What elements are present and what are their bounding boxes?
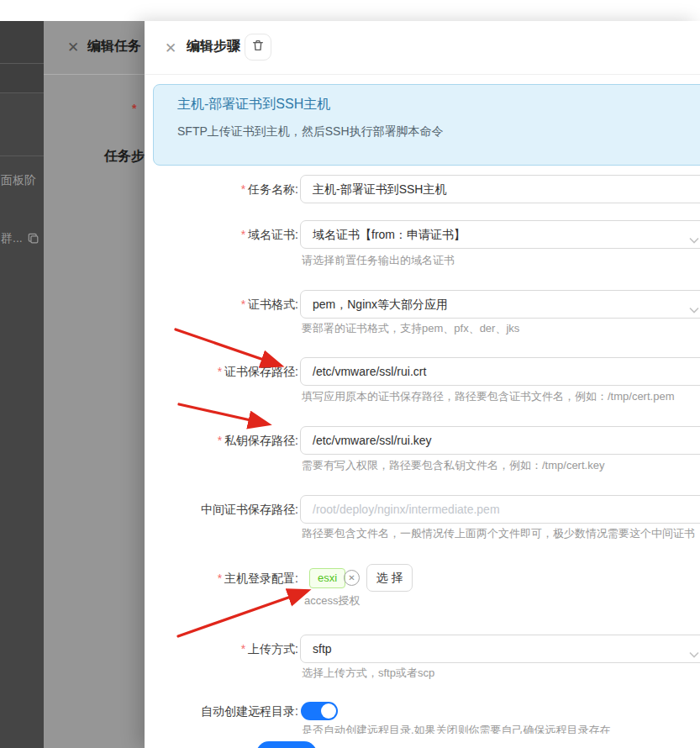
task-drawer: ✕ 编辑任务 * 任务步 — [44, 21, 145, 748]
task-name-input[interactable]: 主机-部署证书到SSH主机 — [300, 175, 700, 203]
field-label: *上传方式: — [151, 635, 298, 663]
required-star: * — [241, 642, 245, 656]
field-help: 要部署的证书格式，支持pem、pfx、der、jks — [302, 321, 519, 336]
required-star: * — [241, 228, 245, 241]
field-label: 自动创建远程目录: — [151, 697, 298, 725]
chevron-down-icon — [689, 302, 699, 308]
header-divider — [44, 74, 145, 75]
field-help: 是否自动创建远程目录,如果关闭则你需要自己确保远程目录存在 — [302, 723, 611, 734]
page: 面板阶 群... ✕ 编辑任务 * 任务步 ✕ 编辑步骤 — [0, 0, 700, 748]
task-drawer-title: 编辑任务 — [87, 38, 141, 55]
field-label: *私钥保存路径: — [151, 426, 298, 455]
field-help: access授权 — [304, 593, 360, 608]
cluster-text-fragment: 群... — [1, 231, 23, 246]
required-star: * — [241, 298, 245, 311]
field-label: *域名证书: — [151, 220, 298, 249]
required-star: * — [218, 434, 222, 447]
chevron-down-icon — [689, 232, 699, 239]
alert-title: 主机-部署证书到SSH主机 — [177, 96, 330, 113]
required-star-fragment: * — [132, 102, 136, 115]
field-label: *主机登录配置: — [151, 564, 298, 593]
field-label: *任务名称: — [151, 175, 298, 203]
alert-description: SFTP上传证书到主机，然后SSH执行部署脚本命令 — [177, 124, 444, 140]
field-help: 需要有写入权限，路径要包含私钥文件名，例如：/tmp/cert.key — [302, 458, 604, 473]
field-help: 路径要包含文件名，一般情况传上面两个文件即可，极少数情况需要这个中间证书 — [302, 526, 695, 541]
host-access-tag[interactable]: esxi — [309, 568, 345, 588]
plugin-info-alert: 主机-部署证书到SSH主机 SFTP上传证书到主机，然后SSH执行部署脚本命令 — [153, 84, 700, 166]
row-divider — [0, 155, 44, 156]
required-star: * — [241, 182, 245, 196]
step-drawer: ✕ 编辑步骤 主机-部署证书到SSH主机 SFTP上传证书到主机，然后SSH执行… — [145, 21, 700, 748]
intermediate-cert-path-input[interactable]: /root/deploy/nginx/intermediate.pem — [300, 495, 700, 524]
field-label: 中间证书保存路径: — [151, 495, 298, 524]
cert-format-select[interactable]: pem，Nginx等大部分应用 — [300, 290, 700, 319]
row-divider — [0, 63, 44, 64]
background-page-strip: 面板阶 群... — [0, 21, 44, 748]
remove-tag-icon[interactable]: ✕ — [344, 570, 360, 586]
submit-button[interactable] — [256, 741, 317, 748]
key-save-path-input[interactable]: /etc/vmware/ssl/rui.key — [300, 426, 700, 455]
field-label: *证书格式: — [151, 290, 298, 319]
copy-icon — [28, 233, 39, 245]
field-help: 选择上传方式，sftp或者scp — [302, 666, 434, 681]
auto-create-dir-switch[interactable] — [301, 702, 338, 720]
cluster-row-fragment: 群... — [1, 231, 39, 246]
close-icon[interactable]: ✕ — [165, 40, 176, 57]
page-title: 编辑步骤 — [187, 38, 240, 55]
switch-knob — [321, 703, 336, 719]
panel-text-fragment: 面板阶 — [1, 173, 36, 188]
task-steps-label-fragment: 任务步 — [104, 148, 145, 166]
input-placeholder: /root/deploy/nginx/intermediate.pem — [301, 496, 700, 523]
background-row — [0, 21, 44, 92]
trash-icon — [251, 39, 265, 55]
cert-save-path-input[interactable]: /etc/vmware/ssl/rui.crt — [300, 357, 700, 386]
header-divider — [145, 74, 700, 75]
chevron-down-icon — [689, 646, 699, 653]
select-host-button[interactable]: 选 择 — [366, 564, 413, 592]
domain-cert-select[interactable]: 域名证书【from：申请证书】 — [300, 220, 700, 249]
required-star: * — [218, 365, 222, 378]
field-help: 填写应用原本的证书保存路径，路径要包含证书文件名，例如：/tmp/cert.pe… — [302, 389, 674, 404]
row-divider — [0, 92, 44, 93]
field-label: *证书保存路径: — [151, 357, 298, 386]
upload-method-select[interactable]: sftp — [300, 635, 700, 663]
field-help: 请选择前置任务输出的域名证书 — [302, 253, 455, 268]
close-icon: ✕ — [67, 39, 79, 56]
delete-step-button[interactable] — [245, 34, 271, 61]
required-star: * — [218, 572, 222, 585]
